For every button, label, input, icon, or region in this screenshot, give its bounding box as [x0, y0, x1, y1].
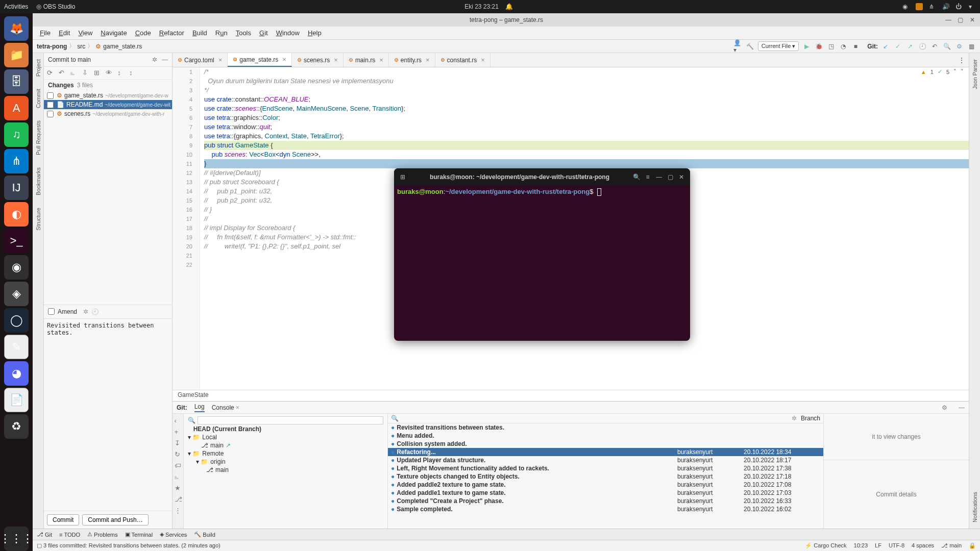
launcher-firefox[interactable]: 🦊 — [4, 16, 29, 41]
launcher-spotify[interactable]: ♫ — [4, 122, 29, 147]
crumb-file[interactable]: game_state.rs — [103, 43, 142, 50]
tab-entity[interactable]: ⚙entity.rs× — [389, 53, 435, 67]
collapse-icon[interactable]: ↕ — [129, 69, 137, 77]
branch-main[interactable]: ⎇ main ↗ — [186, 441, 385, 449]
bell-icon[interactable]: 🔔 — [505, 3, 513, 10]
git-tab-log[interactable]: Log — [194, 403, 205, 412]
close-icon[interactable]: × — [426, 56, 430, 64]
tray-chevron-icon[interactable]: ▾ — [969, 3, 976, 10]
launcher-postman[interactable]: ◐ — [4, 202, 29, 227]
branch-icon[interactable]: ⎇ — [175, 495, 182, 503]
plus-icon[interactable]: + — [175, 428, 182, 435]
log-row[interactable]: ●Collision system added. — [388, 440, 823, 448]
lock-icon[interactable]: 🔒 — [969, 542, 976, 549]
launcher-text[interactable]: 📄 — [4, 388, 29, 412]
ij-icon[interactable]: ▦ — [967, 42, 976, 51]
group-icon[interactable]: ⊞ — [94, 69, 102, 77]
log-row[interactable]: ●Added paddle1 texture to game state.bur… — [388, 489, 823, 497]
launcher-software[interactable]: A — [4, 96, 29, 120]
commit-button[interactable]: Commit — [47, 514, 79, 525]
status-cargo[interactable]: ⚡ Cargo Check — [805, 542, 846, 549]
col-branch[interactable]: Branch — [801, 415, 820, 422]
tag-icon[interactable]: 🏷 — [175, 462, 182, 469]
gear-icon[interactable]: ✲ — [83, 308, 88, 315]
menu-window[interactable]: Window — [272, 29, 304, 37]
tray-ij-icon[interactable] — [916, 3, 923, 10]
topbar-app[interactable]: ◎ OBS Studio — [36, 3, 75, 10]
change-checkbox[interactable] — [47, 102, 54, 108]
opts-icon[interactable]: ⋮ — [175, 507, 182, 514]
log-row[interactable]: ●Revisited transitions between states. — [388, 423, 823, 432]
log-row[interactable]: ●Refactoring...buraksenyurt20.10.2022 18… — [388, 448, 823, 456]
vcs-commit-icon[interactable]: ✓ — [893, 42, 902, 51]
back-icon[interactable]: ‹ — [175, 417, 182, 424]
launcher-trash[interactable]: ♻ — [4, 414, 29, 439]
close-icon[interactable]: × — [379, 56, 383, 64]
history-icon[interactable]: 🕘 — [91, 308, 99, 315]
tw-commit[interactable]: Commit — [34, 83, 42, 114]
chkout-icon[interactable]: ↧ — [175, 439, 182, 446]
tab-scenes[interactable]: ⚙scenes.rs× — [292, 53, 344, 67]
status-pos[interactable]: 10:23 — [854, 542, 868, 549]
settings-icon[interactable]: ⚙ — [954, 42, 964, 51]
crumb-folder[interactable]: src — [77, 43, 85, 50]
branch-origin-main[interactable]: ⎇ main — [186, 466, 385, 474]
branch-head[interactable]: HEAD (Current Branch) — [186, 425, 385, 433]
activities-button[interactable]: Activities — [4, 3, 28, 10]
stop-icon[interactable]: ■ — [851, 42, 860, 51]
launcher-discord[interactable]: ◕ — [4, 361, 29, 386]
tabs-more-icon[interactable]: ⋮ — [954, 57, 969, 64]
tw-bookmarks[interactable]: Bookmarks — [34, 161, 42, 202]
diff-icon[interactable]: ⎁ — [175, 473, 182, 480]
launcher-filemgr[interactable]: 🗄 — [4, 69, 29, 94]
gear-icon[interactable]: ⚙ — [942, 404, 947, 411]
log-row[interactable]: ●Updated Player data structure.burakseny… — [388, 456, 823, 464]
tab-game-state[interactable]: ⚙game_state.rs× — [228, 53, 292, 67]
tray-net-icon[interactable]: ⋔ — [929, 3, 936, 10]
tw-git[interactable]: ⎇ Git — [37, 531, 52, 538]
branch-remote[interactable]: ▾ 📁 Remote — [186, 449, 385, 458]
run-icon[interactable]: ▶ — [802, 42, 811, 51]
tw-notifications[interactable]: Notifications — [971, 486, 979, 529]
profile-icon[interactable]: ◔ — [839, 42, 848, 51]
refresh-icon[interactable]: ⟳ — [47, 69, 55, 77]
fetch-icon[interactable]: ↻ — [175, 450, 182, 458]
user-icon[interactable]: 👤▾ — [733, 42, 743, 51]
diff-icon[interactable]: ⎁ — [70, 69, 79, 77]
rollback-icon[interactable]: ↶ — [59, 69, 67, 77]
change-item[interactable]: 📄 README.md ~/development/game-dev-wit — [44, 100, 172, 109]
minimize-icon[interactable]: — — [945, 16, 952, 23]
minimize-icon[interactable]: — — [653, 171, 665, 183]
change-checkbox[interactable] — [47, 92, 54, 99]
terminal-body[interactable]: buraks@moon:~/development/game-dev-with-… — [394, 186, 690, 341]
commit-push-button[interactable]: Commit and Push… — [82, 514, 148, 525]
log-row[interactable]: ●Added paddle2 texture to game state.bur… — [388, 481, 823, 489]
log-row[interactable]: ●Menu added. — [388, 432, 823, 440]
tray-volume-icon[interactable]: 🔊 — [942, 3, 949, 10]
commit-message[interactable]: Revisited transitions between states. — [47, 322, 169, 336]
launcher-steam[interactable]: ◯ — [4, 308, 29, 333]
status-lf[interactable]: LF — [875, 542, 881, 549]
close-icon[interactable]: × — [218, 56, 223, 64]
vcs-history-icon[interactable]: 🕘 — [918, 42, 927, 51]
tw-pullreq[interactable]: Pull Requests — [34, 114, 42, 161]
status-enc[interactable]: UTF-8 — [889, 542, 904, 549]
log-row[interactable]: ●Completed "Create a Project" phase.bura… — [388, 497, 823, 505]
change-item[interactable]: ⚙ game_state.rs ~/development/game-dev-w — [44, 91, 172, 100]
menu-view[interactable]: View — [74, 29, 96, 37]
launcher-obs[interactable]: ◉ — [4, 255, 29, 280]
tw-todo[interactable]: ≡ TODO — [59, 532, 80, 538]
close-icon[interactable]: ✕ — [970, 16, 977, 23]
tab-constant[interactable]: ⚙constant.rs× — [435, 53, 491, 67]
branch-filter[interactable] — [198, 416, 383, 424]
crumb-project[interactable]: tetra-pong — [37, 43, 67, 50]
search-icon[interactable]: 🔍 — [631, 171, 642, 183]
menu-build[interactable]: Build — [188, 29, 211, 37]
change-item[interactable]: ⚙ scenes.rs ~/development/game-dev-with-… — [44, 109, 172, 118]
vcs-rollback-icon[interactable]: ↶ — [930, 42, 939, 51]
menu-code[interactable]: Code — [131, 29, 155, 37]
tray-power-icon[interactable]: ⏻ — [955, 3, 963, 10]
tw-project[interactable]: Project — [34, 53, 42, 83]
run-config-combo[interactable]: Current File ▾ — [758, 41, 799, 51]
close-icon[interactable]: ✕ — [676, 171, 687, 183]
